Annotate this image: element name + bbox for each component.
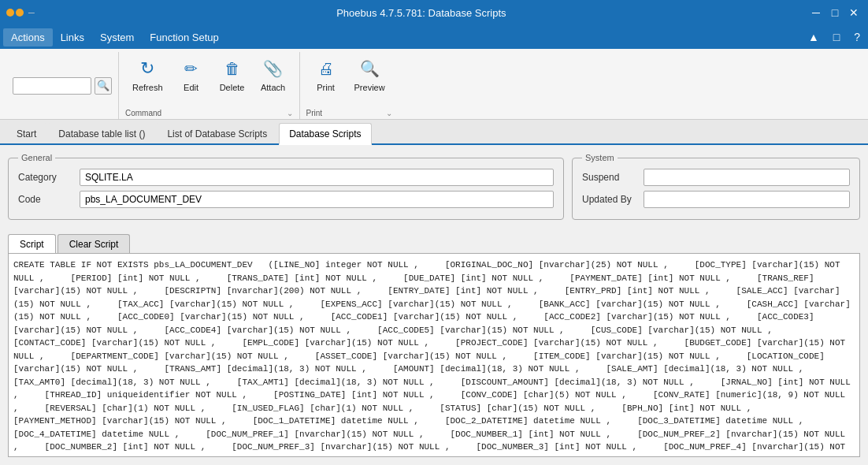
breadcrumb-db-table[interactable]: Database table list () [48, 123, 155, 143]
preview-button[interactable]: 🔍 Preview [347, 52, 392, 96]
print-label: Print [317, 83, 335, 92]
suspend-input[interactable] [644, 169, 850, 186]
refresh-label: Refresh [132, 83, 163, 92]
search-input[interactable] [13, 77, 91, 95]
minimize-button[interactable]: ─ [808, 5, 824, 20]
attach-label: Attach [261, 83, 285, 92]
updated-by-input[interactable] [644, 191, 850, 208]
ribbon-group-print: 🖨 Print 🔍 Preview Print ⌄ [306, 52, 399, 119]
collapse-icon[interactable]: ▲ [803, 29, 824, 45]
ribbon-search-group: 🔍 [6, 52, 119, 119]
title-bar: ─ Phoebus 4.7.5.781: Database Scripts ─ … [0, 0, 868, 25]
menu-item-system[interactable]: System [92, 28, 142, 46]
main-content: General Category Code System Suspend Upd… [0, 145, 868, 465]
updated-by-field: Updated By [582, 191, 850, 208]
system-panel-title: System [582, 153, 618, 162]
code-field: Code [18, 191, 554, 208]
command-expand-icon[interactable]: ⌄ [287, 109, 293, 117]
suspend-field: Suspend [582, 169, 850, 186]
app-logo-icon [6, 9, 24, 17]
code-label: Code [18, 194, 73, 205]
title-bar-left: ─ [6, 8, 35, 17]
delete-icon: 🗑 [220, 56, 245, 81]
help-icon[interactable]: ? [849, 29, 865, 45]
tab-clear-script[interactable]: Clear Script [57, 234, 131, 254]
ribbon: 🔍 ↻ Refresh ✏ Edit 🗑 Delete 📎 Attach Com… [0, 49, 868, 120]
attach-button[interactable]: 📎 Attach [254, 52, 293, 96]
ribbon-command-buttons: ↻ Refresh ✏ Edit 🗑 Delete 📎 Attach [125, 52, 293, 107]
menu-bar-right: ▲ □ ? [803, 29, 865, 45]
tab-script[interactable]: Script [8, 234, 56, 254]
category-label: Category [18, 172, 73, 183]
delete-button[interactable]: 🗑 Delete [213, 52, 252, 96]
bottom-section: Script Clear Script CREATE TABLE IF NOT … [8, 234, 860, 457]
maximize-button[interactable]: □ [827, 5, 843, 20]
preview-label: Preview [354, 83, 385, 92]
breadcrumb-db-scripts[interactable]: Database Scripts [279, 123, 371, 145]
ribbon-group-command: ↻ Refresh ✏ Edit 🗑 Delete 📎 Attach Comma… [125, 52, 300, 119]
title-bar-controls: ─ □ ✕ [808, 5, 862, 20]
close-button[interactable]: ✕ [846, 5, 862, 20]
breadcrumb-bar: Start Database table list () List of Dat… [0, 120, 868, 145]
system-panel: System Suspend Updated By [572, 153, 860, 220]
title-bar-min-indicator: ─ [28, 8, 35, 17]
search-button[interactable]: 🔍 [95, 77, 112, 95]
delete-label: Delete [220, 83, 245, 92]
edit-label: Edit [184, 83, 198, 92]
breadcrumb-start[interactable]: Start [6, 123, 46, 143]
menu-item-actions[interactable]: Actions [3, 28, 53, 46]
general-panel: General Category Code [8, 153, 564, 220]
breadcrumb-list-db[interactable]: List of Database Scripts [157, 123, 277, 143]
menu-item-links[interactable]: Links [53, 28, 92, 46]
ribbon-print-buttons: 🖨 Print 🔍 Preview [306, 52, 392, 107]
print-expand-icon[interactable]: ⌄ [386, 109, 392, 117]
suspend-label: Suspend [582, 172, 637, 183]
restore-icon[interactable]: □ [829, 29, 844, 45]
panels-row: General Category Code System Suspend Upd… [8, 153, 860, 220]
category-input[interactable] [80, 169, 554, 186]
command-group-label: Command ⌄ [125, 107, 293, 119]
script-area[interactable]: CREATE TABLE IF NOT EXISTS pbs_LA_DOCUME… [8, 253, 860, 457]
updated-by-label: Updated By [582, 194, 637, 205]
code-input[interactable] [80, 191, 554, 208]
refresh-icon: ↻ [135, 56, 160, 81]
edit-icon: ✏ [179, 56, 204, 81]
content-tabs: Script Clear Script [8, 234, 860, 254]
attach-icon: 📎 [261, 56, 286, 81]
print-icon: 🖨 [313, 56, 339, 81]
menu-item-function-setup[interactable]: Function Setup [142, 28, 226, 46]
general-panel-title: General [18, 153, 55, 162]
category-field: Category [18, 169, 554, 186]
refresh-button[interactable]: ↻ Refresh [125, 52, 170, 96]
preview-icon: 🔍 [357, 56, 382, 81]
print-group-label: Print ⌄ [306, 107, 392, 119]
title-bar-title: Phoebus 4.7.5.781: Database Scripts [35, 7, 808, 19]
edit-button[interactable]: ✏ Edit [172, 52, 211, 96]
menu-bar: Actions Links System Function Setup ▲ □ … [0, 25, 868, 49]
print-button[interactable]: 🖨 Print [306, 52, 346, 96]
